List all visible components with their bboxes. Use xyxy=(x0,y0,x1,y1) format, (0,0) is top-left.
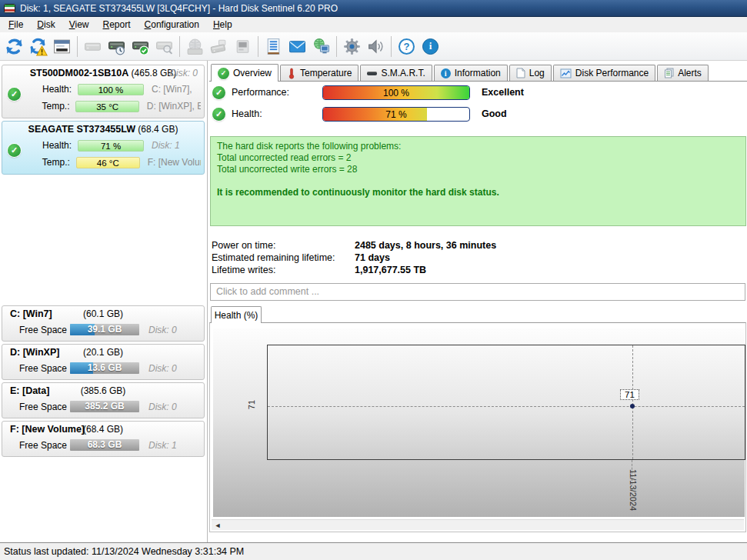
chart-area: 71 71 11/13/2024 xyxy=(213,328,745,517)
disk-tools-button[interactable] xyxy=(207,35,231,58)
about-button[interactable] xyxy=(419,35,442,58)
temp-label: Temp.: xyxy=(27,157,70,168)
temp-value: 35 °C xyxy=(96,102,118,112)
window-title: Disk: 1, SEAGATE ST373455LW [3LQ4FCHY] -… xyxy=(20,3,338,14)
toolbar-separator xyxy=(77,36,78,57)
tab-label: Log xyxy=(529,68,545,78)
help-button[interactable] xyxy=(395,35,419,58)
disk-detect-button[interactable] xyxy=(81,35,105,58)
comment-input[interactable]: Click to add comment ... xyxy=(210,283,745,301)
disk-health-row: Health: 71 % Disk: 1 xyxy=(5,137,201,154)
info-icon xyxy=(441,68,451,78)
chart-scrollbar[interactable] xyxy=(212,519,744,530)
sidebar: ST500DM002-1SB10A (465.8 GB) Disk: 0 Hea… xyxy=(0,61,208,542)
chart-body: 71 71 11/13/2024 xyxy=(209,322,746,532)
performance-label: Performance: xyxy=(232,87,322,98)
tab-overview[interactable]: Overview xyxy=(211,64,278,82)
tab-alerts[interactable]: Alerts xyxy=(657,65,709,81)
disk-accept-button[interactable] xyxy=(128,35,152,58)
performance-row: Performance: 100 % Excellent xyxy=(209,82,747,103)
temp-bar: 46 °C xyxy=(76,157,140,168)
partition-item-f[interactable]: F: [New Volume] (68.4 GB) Free Space 68.… xyxy=(2,421,205,457)
tab-information[interactable]: Information xyxy=(434,65,508,81)
disk-number: Disk: 0 xyxy=(148,363,177,374)
performance-value: 100 % xyxy=(323,88,469,98)
settings-button[interactable] xyxy=(340,35,364,58)
partition-name: E: [Data] xyxy=(10,385,49,396)
disk-item-0[interactable]: ST500DM002-1SB10A (465.8 GB) Disk: 0 Hea… xyxy=(2,65,205,118)
partition-name: C: [Win7] xyxy=(10,308,52,319)
refresh-warning-button[interactable] xyxy=(26,35,50,58)
disk-hardware-button[interactable] xyxy=(231,35,255,58)
sounds-button[interactable] xyxy=(364,35,388,58)
sidebar-spacer xyxy=(2,177,205,305)
chart-tab-health[interactable]: Health (%) xyxy=(211,306,262,323)
health-label: Health: xyxy=(27,140,72,151)
menu-view[interactable]: View xyxy=(62,18,96,32)
disk-temp-row: Temp.: 46 °C F: [New Volur xyxy=(5,154,201,171)
info-icon xyxy=(422,38,439,55)
disk-online-button[interactable] xyxy=(183,35,207,58)
disk-number: Disk: 0 xyxy=(148,325,177,335)
disk-icon xyxy=(83,37,102,56)
partition-item-d[interactable]: D: [WinXP] (20.1 GB) Free Space 13.6 GB … xyxy=(2,344,205,380)
stat-value: 71 days xyxy=(355,252,390,263)
menu-report[interactable]: Report xyxy=(96,18,138,32)
stat-value: 1,917,677.55 TB xyxy=(355,265,426,275)
partition-item-e[interactable]: E: [Data] (385.6 GB) Free Space 385.2 GB… xyxy=(2,382,205,418)
disk-name: SEAGATE ST373455LW xyxy=(28,124,135,135)
tab-disk-performance[interactable]: Disk Performance xyxy=(553,65,655,81)
disk-number: Disk: 1 xyxy=(152,140,180,151)
menu-configuration[interactable]: Configuration xyxy=(138,18,206,32)
document-icon xyxy=(516,68,525,78)
menu-help[interactable]: Help xyxy=(206,18,239,32)
gear-icon xyxy=(342,37,362,56)
tab-label: Overview xyxy=(233,68,272,78)
report-window-icon xyxy=(52,37,72,56)
stat-label: Lifetime writes: xyxy=(212,265,355,275)
free-space-row: Free Space 385.2 GB Disk: 0 xyxy=(5,398,201,415)
partition-title: D: [WinXP] (20.1 GB) xyxy=(5,347,201,360)
menu-bar: File Disk View Report Configuration Help xyxy=(0,17,747,32)
disk-search-button[interactable] xyxy=(152,35,176,58)
toolbar-separator xyxy=(336,36,337,57)
report-button[interactable] xyxy=(50,35,74,58)
disk-schedule-button[interactable] xyxy=(105,35,128,58)
disk-globe-icon xyxy=(185,37,205,56)
notepad-icon xyxy=(264,37,283,56)
send-mail-button[interactable] xyxy=(285,35,309,58)
window-titlebar[interactable]: Disk: 1, SEAGATE ST373455LW [3LQ4FCHY] -… xyxy=(0,0,747,17)
health-value: 100 % xyxy=(98,85,124,95)
tab-log[interactable]: Log xyxy=(509,65,552,81)
refresh-icon xyxy=(5,37,24,56)
tab-temperature[interactable]: Temperature xyxy=(280,65,358,81)
temp-label: Temp.: xyxy=(27,101,69,112)
ok-icon xyxy=(212,86,225,99)
health-bar: 71 % xyxy=(78,140,144,152)
toolbar-separator xyxy=(391,36,392,57)
partition-size: (20.1 GB) xyxy=(83,347,123,358)
refresh-button[interactable] xyxy=(2,35,26,58)
tab-smart[interactable]: S.M.A.R.T. xyxy=(360,65,432,81)
recommendation-text: It is recommended to continuously monito… xyxy=(217,187,739,198)
disk-check-icon xyxy=(131,37,150,56)
gridline-health-71 xyxy=(268,406,745,407)
free-space-row: Free Space 68.3 GB Disk: 1 xyxy=(5,437,201,453)
health-row: Health: 71 % Good xyxy=(209,103,747,125)
partition-item-c[interactable]: C: [Win7] (60.1 GB) Free Space 39.1 GB D… xyxy=(2,305,205,342)
content-area: ST500DM002-1SB10A (465.8 GB) Disk: 0 Hea… xyxy=(0,61,747,542)
tab-label: Alerts xyxy=(678,68,702,78)
network-button[interactable] xyxy=(309,35,333,58)
status-text: Status last updated: 11/13/2024 Wednesda… xyxy=(4,546,244,557)
tab-label: S.M.A.R.T. xyxy=(381,68,425,78)
menu-file[interactable]: File xyxy=(2,18,30,32)
performance-chart-icon xyxy=(560,68,572,78)
stat-value: 2485 days, 8 hours, 36 minutes xyxy=(355,240,496,251)
disk-drive-icon xyxy=(233,37,252,56)
disk-item-1-selected[interactable]: SEAGATE ST373455LW (68.4 GB) Health: 71 … xyxy=(2,121,205,175)
disk-title: SEAGATE ST373455LW (68.4 GB) xyxy=(5,124,201,137)
scroll-left-arrow-icon[interactable] xyxy=(212,522,224,529)
notes-button[interactable] xyxy=(262,35,285,58)
menu-disk[interactable]: Disk xyxy=(30,18,62,32)
disk-magnifier-icon xyxy=(155,37,174,56)
